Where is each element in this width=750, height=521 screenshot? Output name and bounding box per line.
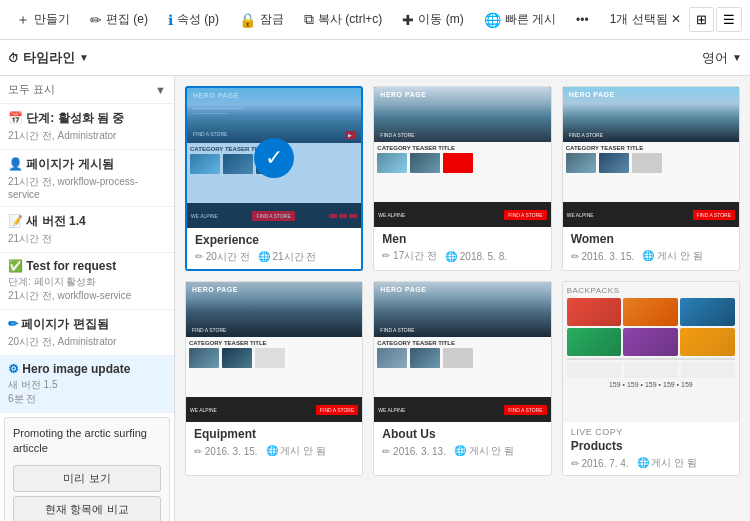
card-meta: ✏ 2016. 3. 15. 🌐 게시 안 됨	[194, 444, 354, 458]
hero-image: HERO PAGE FIND A STORE	[374, 87, 550, 142]
secondary-toolbar: ⏱ 타임라인 ▼ 영어 ▼	[0, 40, 750, 76]
timeline-label[interactable]: ⏱ 타임라인 ▼	[8, 49, 89, 67]
list-view-button[interactable]: ☰	[716, 7, 742, 32]
card-products[interactable]: BACKPACKS	[562, 281, 740, 476]
card-experience[interactable]: HERO PAGE FIND A STORE ▶ CATEGORY TEASER…	[185, 86, 363, 271]
edit-meta: ✏ 20시간 전	[195, 250, 250, 264]
sidebar-item-6[interactable]: ⚙ Hero image update 새 버전 1.5 6분 전	[0, 356, 174, 413]
card-footer: LIVE COPY Products ✏ 2016. 7. 4. 🌐 게시 안 …	[563, 422, 739, 475]
edit-meta: ✏ 17시간 전	[382, 249, 437, 263]
card-name: About Us	[382, 427, 542, 441]
more-icon: •••	[576, 13, 589, 27]
sidebar-item-3[interactable]: 📝 새 버전 1.4 21시간 전	[0, 207, 174, 253]
item-title: 👤 페이지가 게시됨	[8, 156, 166, 173]
card-bottom: WE ALPINE FIND A STORE	[563, 202, 739, 227]
info-icon: ℹ	[168, 12, 173, 28]
live-copy-badge: LIVE COPY	[571, 427, 731, 437]
hero-image: HERO PAGE FIND A STORE	[374, 282, 550, 337]
view-toggle: ⊞ ☰	[689, 7, 742, 32]
card-name: Products	[571, 439, 731, 453]
pub-meta: 🌐 게시 안 됨	[266, 444, 326, 458]
item-meta: 단계: 페이지 활성화	[8, 275, 166, 289]
card-content: CATEGORY TEASER TITLE	[186, 337, 362, 397]
item-icon: 👤	[8, 157, 26, 171]
card-footer: About Us ✏ 2016. 3. 13. 🌐 게시 안 됨	[374, 422, 550, 463]
lock-button[interactable]: 🔒 잠금	[231, 7, 292, 32]
card-content: CATEGORY TEASER TITLE	[563, 142, 739, 202]
copy-button[interactable]: ⧉ 복사 (ctrl+c)	[296, 7, 390, 32]
edit-meta: ✏ 2016. 3. 15.	[571, 251, 635, 262]
card-thumbnail: HERO PAGE FIND A STORE ▶ CATEGORY TEASER…	[187, 88, 361, 228]
publish-icon: 🌐	[484, 12, 501, 28]
card-footer: Men ✏ 17시간 전 🌐 2018. 5. 8.	[374, 227, 550, 268]
item-icon: 📅	[8, 111, 26, 125]
main-toolbar: ＋ 만들기 ✏ 편집 (e) ℹ 속성 (p) 🔒 잠금 ⧉ 복사 (ctrl+…	[0, 0, 750, 40]
popup-text: Promoting the arctic surfing articcle	[13, 426, 161, 457]
sidebar-item-4[interactable]: ✅ Test for request 단계: 페이지 활성화 21시간 전, w…	[0, 253, 174, 310]
more-button[interactable]: •••	[568, 9, 597, 31]
item-meta: 21시간 전, workflow-process-service	[8, 175, 166, 200]
item-title: 📅 단계: 활성화 됨 중	[8, 110, 166, 127]
preview-button[interactable]: 미리 보기	[13, 465, 161, 492]
card-footer: Women ✏ 2016. 3. 15. 🌐 게시 안 됨	[563, 227, 739, 268]
filter-label: 모두 표시	[8, 82, 55, 97]
card-aboutus[interactable]: HERO PAGE FIND A STORE CATEGORY TEASER T…	[373, 281, 551, 476]
card-thumbnail: HERO PAGE FIND A STORE CATEGORY TEASER T…	[563, 87, 739, 227]
card-meta: ✏ 2016. 7. 4. 🌐 게시 안 됨	[571, 456, 731, 470]
card-women[interactable]: HERO PAGE FIND A STORE CATEGORY TEASER T…	[562, 86, 740, 271]
sidebar-filter[interactable]: 모두 표시 ▼	[0, 76, 174, 104]
item-icon: ✏	[8, 317, 21, 331]
item-meta: 20시간 전, Administrator	[8, 335, 166, 349]
card-name: Women	[571, 232, 731, 246]
item-icon: ✅	[8, 259, 26, 273]
selected-count: 1개 선택됨 ✕	[610, 11, 681, 28]
card-equipment[interactable]: HERO PAGE FIND A STORE CATEGORY TEASER T…	[185, 281, 363, 476]
create-button[interactable]: ＋ 만들기	[8, 7, 78, 33]
lang-text: 영어	[702, 49, 728, 67]
card-men[interactable]: HERO PAGE FIND A STORE CATEGORY TEASER T…	[373, 86, 551, 271]
card-bottom: WE ALPINE FIND A STORE	[374, 397, 550, 422]
card-content: CATEGORY TEASER TITLE	[374, 142, 550, 202]
copy-label: 복사 (ctrl+c)	[318, 11, 382, 28]
sidebar-item-5[interactable]: ✏ 페이지가 편집됨 20시간 전, Administrator	[0, 310, 174, 356]
checkmark: ✓	[254, 138, 294, 178]
card-bottom: WE ALPINE FIND A STORE	[186, 397, 362, 422]
pub-meta: 🌐 게시 안 됨	[454, 444, 514, 458]
timeline-icon: ⏱	[8, 52, 19, 64]
toolbar-right: 1개 선택됨 ✕ ⊞ ☰	[610, 7, 742, 32]
create-label: 만들기	[34, 11, 70, 28]
properties-button[interactable]: ℹ 속성 (p)	[160, 7, 227, 32]
grid-view-button[interactable]: ⊞	[689, 7, 714, 32]
edit-meta: ✏ 2016. 7. 4.	[571, 458, 629, 469]
filter-chevron: ▼	[155, 84, 166, 96]
card-bottom: WE ALPINE FIND A STORE	[374, 202, 550, 227]
move-button[interactable]: ✚ 이동 (m)	[394, 7, 471, 32]
item-sub: 21시간 전, workflow-service	[8, 289, 166, 303]
card-thumbnail: HERO PAGE FIND A STORE CATEGORY TEASER T…	[186, 282, 362, 422]
card-meta: ✏ 2016. 3. 13. 🌐 게시 안 됨	[382, 444, 542, 458]
card-name: Men	[382, 232, 542, 246]
card-grid: HERO PAGE FIND A STORE ▶ CATEGORY TEASER…	[185, 86, 740, 476]
lang-chevron: ▼	[732, 52, 742, 63]
edit-meta: ✏ 2016. 3. 15.	[194, 446, 258, 457]
pub-meta: 🌐 21시간 전	[258, 250, 317, 264]
pub-meta: 🌐 2018. 5. 8.	[445, 251, 507, 262]
language-select[interactable]: 영어 ▼	[702, 49, 742, 67]
item-meta: 21시간 전, Administrator	[8, 129, 166, 143]
move-label: 이동 (m)	[418, 11, 463, 28]
sidebar-item-1[interactable]: 📅 단계: 활성화 됨 중 21시간 전, Administrator	[0, 104, 174, 150]
content-area: HERO PAGE FIND A STORE ▶ CATEGORY TEASER…	[175, 76, 750, 521]
card-thumbnail: BACKPACKS	[563, 282, 739, 422]
lock-icon: 🔒	[239, 12, 256, 28]
pub-meta: 🌐 게시 안 됨	[637, 456, 697, 470]
edit-button[interactable]: ✏ 편집 (e)	[82, 7, 156, 32]
item-sub: 6분 전	[8, 392, 166, 406]
card-thumbnail: HERO PAGE FIND A STORE CATEGORY TEASER T…	[374, 87, 550, 227]
lock-label: 잠금	[260, 11, 284, 28]
card-meta: ✏ 20시간 전 🌐 21시간 전	[195, 250, 353, 264]
edit-label: 편집 (e)	[106, 11, 148, 28]
sidebar-item-2[interactable]: 👤 페이지가 게시됨 21시간 전, workflow-process-serv…	[0, 150, 174, 207]
compare-button[interactable]: 현재 항목에 비교	[13, 496, 161, 521]
card-footer: Experience ✏ 20시간 전 🌐 21시간 전	[187, 228, 361, 269]
publish-button[interactable]: 🌐 빠른 게시	[476, 7, 564, 32]
